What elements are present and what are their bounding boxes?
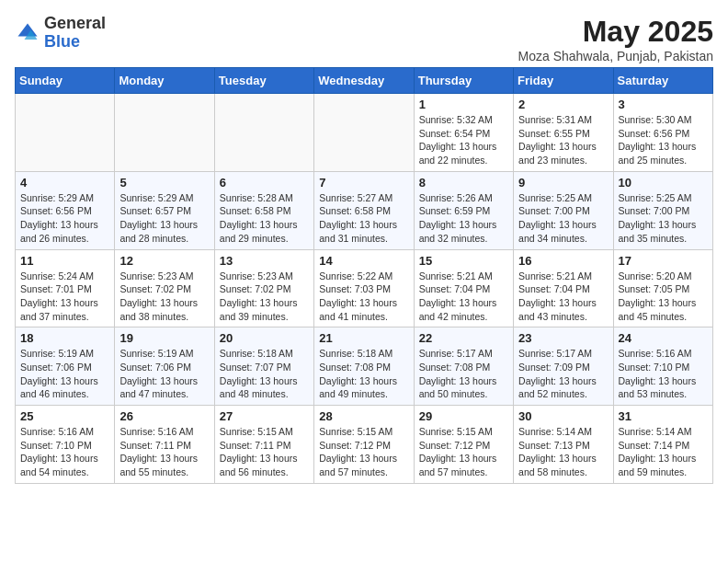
day-info: Sunrise: 5:16 AMSunset: 7:10 PMDaylight:… xyxy=(20,425,109,479)
day-info: Sunrise: 5:29 AMSunset: 6:56 PMDaylight:… xyxy=(20,191,109,246)
logo-icon xyxy=(15,20,40,46)
calendar-cell: 28Sunrise: 5:15 AMSunset: 7:12 PMDayligh… xyxy=(314,406,414,484)
calendar-cell: 12Sunrise: 5:23 AMSunset: 7:02 PMDayligh… xyxy=(115,249,214,327)
day-number: 28 xyxy=(319,409,408,423)
day-info: Sunrise: 5:23 AMSunset: 7:02 PMDaylight:… xyxy=(119,270,209,324)
day-info: Sunrise: 5:30 AMSunset: 6:56 PMDaylight:… xyxy=(619,113,708,167)
day-number: 16 xyxy=(518,254,608,268)
day-info: Sunrise: 5:14 AMSunset: 7:13 PMDaylight:… xyxy=(518,425,608,479)
day-info: Sunrise: 5:17 AMSunset: 7:09 PMDaylight:… xyxy=(518,347,608,401)
day-number: 3 xyxy=(619,98,708,111)
calendar-cell: 14Sunrise: 5:22 AMSunset: 7:03 PMDayligh… xyxy=(314,249,414,327)
logo-blue-text: Blue xyxy=(44,32,80,51)
day-number: 8 xyxy=(419,176,508,190)
day-number: 24 xyxy=(619,331,708,345)
day-info: Sunrise: 5:15 AMSunset: 7:12 PMDaylight:… xyxy=(319,425,408,479)
day-number: 18 xyxy=(20,331,109,345)
day-info: Sunrise: 5:27 AMSunset: 6:58 PMDaylight:… xyxy=(319,191,408,246)
page-header: General Blue May 2025 Moza Shahwala, Pun… xyxy=(15,15,713,63)
calendar-cell: 31Sunrise: 5:14 AMSunset: 7:14 PMDayligh… xyxy=(613,406,712,484)
day-number: 12 xyxy=(119,254,209,268)
day-number: 1 xyxy=(419,98,508,111)
header-wednesday: Wednesday xyxy=(314,68,414,94)
calendar-cell: 18Sunrise: 5:19 AMSunset: 7:06 PMDayligh… xyxy=(16,327,115,406)
calendar-cell: 7Sunrise: 5:27 AMSunset: 6:58 PMDaylight… xyxy=(314,171,414,249)
calendar-cell xyxy=(115,94,214,172)
day-info: Sunrise: 5:25 AMSunset: 7:00 PMDaylight:… xyxy=(518,191,608,246)
header-saturday: Saturday xyxy=(613,68,712,94)
calendar-cell: 17Sunrise: 5:20 AMSunset: 7:05 PMDayligh… xyxy=(613,249,712,327)
calendar-cell: 4Sunrise: 5:29 AMSunset: 6:56 PMDaylight… xyxy=(16,171,115,249)
calendar-cell: 25Sunrise: 5:16 AMSunset: 7:10 PMDayligh… xyxy=(16,406,115,484)
day-info: Sunrise: 5:15 AMSunset: 7:12 PMDaylight:… xyxy=(419,425,508,479)
day-number: 6 xyxy=(220,176,309,190)
calendar-cell xyxy=(314,94,414,172)
day-info: Sunrise: 5:20 AMSunset: 7:05 PMDaylight:… xyxy=(619,270,708,324)
calendar-cell: 22Sunrise: 5:17 AMSunset: 7:08 PMDayligh… xyxy=(414,327,513,406)
day-info: Sunrise: 5:16 AMSunset: 7:10 PMDaylight:… xyxy=(619,347,708,401)
calendar-week-row: 11Sunrise: 5:24 AMSunset: 7:01 PMDayligh… xyxy=(16,249,713,327)
day-number: 21 xyxy=(319,331,408,345)
day-number: 15 xyxy=(419,254,508,268)
day-info: Sunrise: 5:31 AMSunset: 6:55 PMDaylight:… xyxy=(518,113,608,167)
day-info: Sunrise: 5:22 AMSunset: 7:03 PMDaylight:… xyxy=(319,270,408,324)
day-number: 5 xyxy=(119,176,209,190)
calendar-cell xyxy=(214,94,313,172)
day-number: 19 xyxy=(119,331,209,345)
calendar-cell: 20Sunrise: 5:18 AMSunset: 7:07 PMDayligh… xyxy=(214,327,313,406)
day-info: Sunrise: 5:14 AMSunset: 7:14 PMDaylight:… xyxy=(619,425,708,479)
day-info: Sunrise: 5:15 AMSunset: 7:11 PMDaylight:… xyxy=(220,425,309,479)
day-number: 7 xyxy=(319,176,408,190)
day-number: 27 xyxy=(220,409,309,423)
calendar-cell: 3Sunrise: 5:30 AMSunset: 6:56 PMDaylight… xyxy=(613,94,712,172)
header-tuesday: Tuesday xyxy=(214,68,313,94)
day-number: 22 xyxy=(419,331,508,345)
calendar-header-row: SundayMondayTuesdayWednesdayThursdayFrid… xyxy=(16,68,713,94)
day-info: Sunrise: 5:16 AMSunset: 7:11 PMDaylight:… xyxy=(119,425,209,479)
day-info: Sunrise: 5:32 AMSunset: 6:54 PMDaylight:… xyxy=(419,113,508,167)
day-number: 9 xyxy=(518,176,608,190)
calendar-table: SundayMondayTuesdayWednesdayThursdayFrid… xyxy=(15,67,713,484)
day-info: Sunrise: 5:28 AMSunset: 6:58 PMDaylight:… xyxy=(220,191,309,246)
calendar-cell: 6Sunrise: 5:28 AMSunset: 6:58 PMDaylight… xyxy=(214,171,313,249)
header-monday: Monday xyxy=(115,68,214,94)
calendar-cell: 2Sunrise: 5:31 AMSunset: 6:55 PMDaylight… xyxy=(514,94,613,172)
calendar-cell: 27Sunrise: 5:15 AMSunset: 7:11 PMDayligh… xyxy=(214,406,313,484)
calendar-cell: 30Sunrise: 5:14 AMSunset: 7:13 PMDayligh… xyxy=(514,406,613,484)
header-friday: Friday xyxy=(514,68,613,94)
calendar-cell: 13Sunrise: 5:23 AMSunset: 7:02 PMDayligh… xyxy=(214,249,313,327)
calendar-cell: 8Sunrise: 5:26 AMSunset: 6:59 PMDaylight… xyxy=(414,171,513,249)
day-number: 25 xyxy=(20,409,109,423)
location-text: Moza Shahwala, Punjab, Pakistan xyxy=(518,49,713,63)
calendar-cell: 10Sunrise: 5:25 AMSunset: 7:00 PMDayligh… xyxy=(613,171,712,249)
day-number: 13 xyxy=(220,254,309,268)
calendar-cell: 1Sunrise: 5:32 AMSunset: 6:54 PMDaylight… xyxy=(414,94,513,172)
day-info: Sunrise: 5:29 AMSunset: 6:57 PMDaylight:… xyxy=(119,191,209,246)
day-number: 30 xyxy=(518,409,608,423)
month-title: May 2025 xyxy=(518,15,713,49)
day-number: 29 xyxy=(419,409,508,423)
day-number: 11 xyxy=(20,254,109,268)
calendar-cell: 5Sunrise: 5:29 AMSunset: 6:57 PMDaylight… xyxy=(115,171,214,249)
calendar-cell: 19Sunrise: 5:19 AMSunset: 7:06 PMDayligh… xyxy=(115,327,214,406)
day-info: Sunrise: 5:24 AMSunset: 7:01 PMDaylight:… xyxy=(20,270,109,324)
day-info: Sunrise: 5:18 AMSunset: 7:07 PMDaylight:… xyxy=(220,347,309,401)
day-number: 4 xyxy=(20,176,109,190)
header-thursday: Thursday xyxy=(414,68,513,94)
day-info: Sunrise: 5:17 AMSunset: 7:08 PMDaylight:… xyxy=(419,347,508,401)
calendar-cell: 23Sunrise: 5:17 AMSunset: 7:09 PMDayligh… xyxy=(514,327,613,406)
calendar-cell: 15Sunrise: 5:21 AMSunset: 7:04 PMDayligh… xyxy=(414,249,513,327)
calendar-week-row: 1Sunrise: 5:32 AMSunset: 6:54 PMDaylight… xyxy=(16,94,713,172)
day-info: Sunrise: 5:21 AMSunset: 7:04 PMDaylight:… xyxy=(419,270,508,324)
calendar-week-row: 18Sunrise: 5:19 AMSunset: 7:06 PMDayligh… xyxy=(16,327,713,406)
day-info: Sunrise: 5:26 AMSunset: 6:59 PMDaylight:… xyxy=(419,191,508,246)
logo-general-text: General xyxy=(44,14,106,32)
calendar-cell: 21Sunrise: 5:18 AMSunset: 7:08 PMDayligh… xyxy=(314,327,414,406)
calendar-cell: 26Sunrise: 5:16 AMSunset: 7:11 PMDayligh… xyxy=(115,406,214,484)
day-number: 23 xyxy=(518,331,608,345)
title-block: May 2025 Moza Shahwala, Punjab, Pakistan xyxy=(518,15,713,63)
calendar-cell: 24Sunrise: 5:16 AMSunset: 7:10 PMDayligh… xyxy=(613,327,712,406)
day-info: Sunrise: 5:25 AMSunset: 7:00 PMDaylight:… xyxy=(619,191,708,246)
calendar-cell: 11Sunrise: 5:24 AMSunset: 7:01 PMDayligh… xyxy=(16,249,115,327)
day-number: 26 xyxy=(119,409,209,423)
